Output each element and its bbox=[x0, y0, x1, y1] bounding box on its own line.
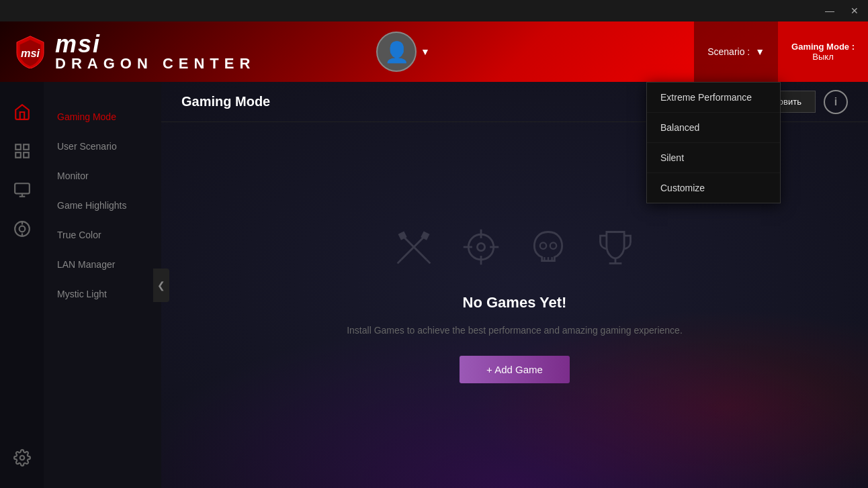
page-title: Gaming Mode bbox=[181, 94, 270, 109]
minimize-button[interactable]: — bbox=[821, 4, 838, 17]
no-games-title: No Games Yet! bbox=[463, 294, 567, 311]
scenario-dropdown: Extreme Performance Balanced Silent Cust… bbox=[646, 82, 781, 203]
sidebar-item-gaming-mode[interactable]: Gaming Mode bbox=[44, 102, 161, 132]
avatar-area[interactable]: 👤 ▼ bbox=[376, 21, 430, 82]
gaming-mode-value: Выкл bbox=[812, 52, 833, 62]
sidebar-nav: ❮ Gaming Mode User Scenario Monitor Game… bbox=[44, 82, 161, 488]
sidebar-collapse-button[interactable]: ❮ bbox=[153, 269, 169, 302]
logo-area: msi msi DRAGON CENTER bbox=[0, 32, 255, 71]
dropdown-item-extreme[interactable]: Extreme Performance bbox=[647, 83, 780, 113]
sidebar-item-mystic-light[interactable]: Mystic Light bbox=[44, 279, 161, 309]
swords-icon bbox=[394, 227, 434, 267]
game-icons-row bbox=[394, 227, 636, 267]
title-bar: — ✕ bbox=[0, 0, 868, 21]
sidebar-item-true-color[interactable]: True Color bbox=[44, 220, 161, 250]
logo-text-stack: msi DRAGON CENTER bbox=[55, 32, 255, 71]
svg-rect-4 bbox=[24, 152, 29, 158]
svg-point-12 bbox=[19, 456, 24, 460]
svg-line-15 bbox=[398, 260, 402, 264]
avatar-chevron-icon: ▼ bbox=[421, 46, 430, 57]
sidebar-icon-grid[interactable] bbox=[5, 134, 39, 168]
svg-text:msi: msi bbox=[21, 47, 40, 59]
svg-point-9 bbox=[19, 226, 25, 232]
trophy-icon bbox=[595, 227, 636, 267]
svg-point-25 bbox=[540, 242, 546, 248]
gaming-mode-info: Gaming Mode : Выкл bbox=[778, 21, 868, 82]
avatar[interactable]: 👤 bbox=[376, 32, 417, 72]
scenario-label: Scenario : bbox=[707, 46, 750, 57]
scenario-button[interactable]: Scenario : ▼ bbox=[694, 21, 778, 82]
svg-rect-3 bbox=[15, 152, 21, 158]
sidebar-item-user-scenario[interactable]: User Scenario bbox=[44, 132, 161, 161]
sidebar-icon-highlights[interactable] bbox=[5, 212, 39, 246]
scenario-area: Scenario : ▼ Gaming Mode : Выкл bbox=[694, 21, 868, 82]
sidebar-item-game-highlights[interactable]: Game Highlights bbox=[44, 191, 161, 220]
sidebar-icons bbox=[0, 82, 44, 488]
sidebar-icon-monitor[interactable] bbox=[5, 173, 39, 207]
sidebar-item-lan-manager[interactable]: LAN Manager bbox=[44, 250, 161, 279]
svg-point-20 bbox=[477, 243, 484, 250]
dragon-center-text: DRAGON CENTER bbox=[55, 56, 255, 71]
svg-rect-5 bbox=[15, 183, 30, 193]
sidebar-icon-home[interactable] bbox=[5, 95, 39, 129]
svg-line-16 bbox=[427, 260, 431, 264]
svg-rect-2 bbox=[24, 144, 29, 150]
close-button[interactable]: ✕ bbox=[847, 4, 863, 17]
skull-icon bbox=[528, 227, 568, 267]
header: msi msi DRAGON CENTER 👤 ▼ Scenario : ▼ G… bbox=[0, 21, 868, 82]
sidebar-item-monitor[interactable]: Monitor bbox=[44, 161, 161, 191]
info-button[interactable]: i bbox=[824, 90, 848, 114]
msi-logo-text: msi bbox=[55, 32, 255, 56]
crosshair-icon bbox=[461, 227, 501, 267]
svg-point-26 bbox=[550, 242, 556, 248]
dropdown-item-silent[interactable]: Silent bbox=[647, 143, 780, 173]
gaming-mode-label: Gaming Mode : bbox=[791, 42, 855, 52]
no-games-subtitle: Install Games to achieve the best perfor… bbox=[347, 325, 683, 336]
settings-icon[interactable] bbox=[5, 441, 39, 475]
dropdown-item-balanced[interactable]: Balanced bbox=[647, 113, 780, 143]
svg-rect-1 bbox=[15, 144, 21, 150]
scenario-chevron-icon: ▼ bbox=[755, 46, 765, 57]
msi-shield-icon: msi bbox=[13, 35, 47, 68]
dropdown-item-customize[interactable]: Customize bbox=[647, 173, 780, 203]
user-icon: 👤 bbox=[384, 40, 409, 64]
add-game-button[interactable]: + Add Game bbox=[460, 356, 570, 383]
